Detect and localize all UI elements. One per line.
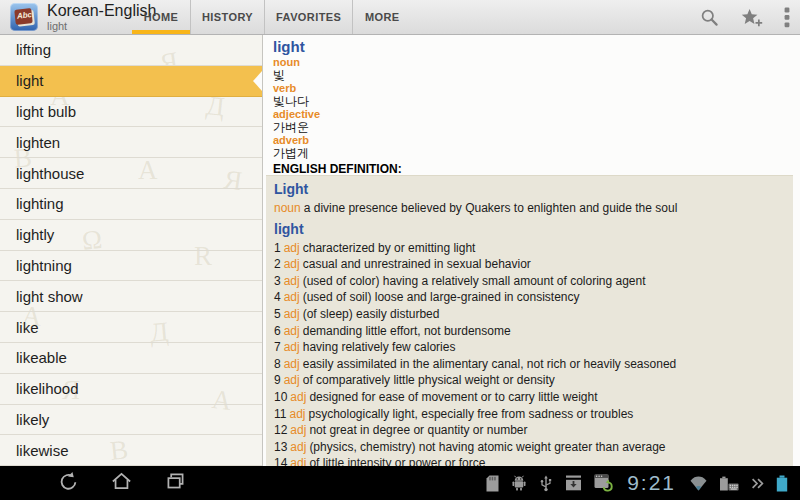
- definition-number: 9: [274, 373, 281, 387]
- definition-group-headword: light: [274, 220, 785, 239]
- word-list-item[interactable]: light show: [0, 281, 262, 312]
- sd-card-icon: [486, 475, 499, 492]
- definition-text: characterized by or emitting light: [303, 241, 476, 255]
- system-bar: 9:21: [0, 466, 800, 500]
- english-definition-label: ENGLISH DEFINITION:: [273, 162, 790, 175]
- definition-text: demanding little effort, not burdensome: [303, 324, 511, 338]
- action-bar: Abc Korean-English light HOMEHISTORYFAVO…: [0, 0, 800, 35]
- tab-more[interactable]: MORE: [353, 0, 411, 34]
- action-buttons: [700, 0, 790, 34]
- word-label: likely: [16, 411, 49, 428]
- word-label: light bulb: [16, 103, 76, 120]
- word-list-item[interactable]: lifting: [0, 35, 262, 66]
- definition-pos: adj: [290, 423, 306, 437]
- definition-row: nouna divine presence believed by Quaker…: [274, 200, 785, 217]
- word-label: lighten: [16, 134, 60, 151]
- back-button[interactable]: [56, 470, 79, 497]
- definition-pos: adj: [284, 373, 300, 387]
- tab-label: FAVORITES: [276, 11, 341, 23]
- korean-translation: 빛나다: [273, 95, 790, 108]
- definition-row: 11adjpsychologically light, especially f…: [274, 406, 785, 423]
- pos-label: noun: [273, 56, 790, 69]
- definition-pos: adj: [290, 456, 306, 466]
- word-list: liftinglightlight bulblightenlighthousel…: [0, 35, 262, 466]
- word-list-item[interactable]: lighten: [0, 127, 262, 158]
- tab-home[interactable]: HOME: [132, 0, 191, 34]
- definition-text: psychologically light, especially free f…: [308, 407, 633, 421]
- definition-row: 13adj(physics, chemistry) not having ato…: [274, 439, 785, 456]
- recents-button[interactable]: [164, 470, 187, 497]
- word-label: lighthouse: [16, 165, 84, 182]
- definition-number: 11: [274, 407, 286, 421]
- word-label: like: [16, 319, 39, 336]
- definition-row: 3adj(used of color) having a relatively …: [274, 273, 785, 290]
- entry-senses: noun빛verb빛나다adjective가벼운adverb가볍게: [273, 56, 790, 160]
- word-list-item[interactable]: likelihood: [0, 374, 262, 405]
- definition-pos: noun: [274, 201, 301, 215]
- tab-history[interactable]: HISTORY: [191, 0, 265, 34]
- word-label: light show: [16, 288, 83, 305]
- entry-headword: light: [273, 38, 790, 56]
- definition-pos: adj: [284, 324, 300, 338]
- word-list-item[interactable]: like: [0, 312, 262, 343]
- definition-text: casual and unrestrained in sexual behavi…: [303, 257, 531, 271]
- definition-text: of comparatively little physical weight …: [303, 373, 555, 387]
- word-list-item[interactable]: light bulb: [0, 97, 262, 128]
- definition-text: (physics, chemistry) not having atomic w…: [309, 440, 665, 454]
- definition-number: 3: [274, 274, 281, 288]
- status-tray[interactable]: 9:21: [486, 466, 788, 500]
- definition-number: 13: [274, 440, 287, 454]
- definition-number: 12: [274, 423, 287, 437]
- tab-label: MORE: [365, 11, 400, 23]
- tab-label: HOME: [144, 11, 179, 23]
- korean-translation: 가볍게: [273, 147, 790, 160]
- korean-translation: 빛: [273, 69, 790, 82]
- definition-number: 2: [274, 257, 281, 271]
- definition-group-headword: Light: [274, 180, 785, 199]
- book-icon: Abc: [14, 8, 32, 25]
- home-button[interactable]: [110, 470, 133, 497]
- word-list-item[interactable]: lightning: [0, 251, 262, 282]
- definition-text: (of sleep) easily disturbed: [303, 307, 440, 321]
- favorite-add-icon[interactable]: [739, 7, 764, 28]
- overflow-menu-icon[interactable]: [784, 7, 790, 28]
- app-icon-label: Abc: [16, 10, 32, 21]
- definition-row: 10adjdesigned for ease of movement or to…: [274, 389, 785, 406]
- definition-text: a divine presence believed by Quakers to…: [304, 201, 678, 215]
- dictionary-app-screen: Abc Korean-English light HOMEHISTORYFAVO…: [0, 0, 800, 500]
- entry-header: light noun빛verb빛나다adjective가벼운adverb가볍게 …: [263, 35, 800, 175]
- definition-pos: adj: [284, 241, 300, 255]
- app-icon[interactable]: Abc: [10, 3, 38, 31]
- usb-icon: [539, 475, 553, 492]
- word-list-item[interactable]: likeable: [0, 343, 262, 374]
- word-list-item[interactable]: lighthouse: [0, 158, 262, 189]
- definition-pos: adj: [289, 407, 305, 421]
- definition-number: 4: [274, 290, 281, 304]
- word-list-item[interactable]: lighting: [0, 189, 262, 220]
- definition-pos: adj: [290, 440, 306, 454]
- definition-row: 8adjeasily assimilated in the alimentary…: [274, 356, 785, 373]
- search-icon[interactable]: [700, 8, 719, 27]
- pos-label: adverb: [273, 134, 790, 147]
- definition-text: having relatively few calories: [303, 340, 456, 354]
- word-list-item[interactable]: light: [0, 66, 262, 97]
- word-label: lightly: [16, 226, 54, 243]
- korean-translation: 가벼운: [273, 121, 790, 134]
- word-list-item[interactable]: likely: [0, 405, 262, 436]
- recents-icon: [164, 479, 187, 496]
- definition-row: 9adjof comparatively little physical wei…: [274, 372, 785, 389]
- battery-icon: [776, 475, 788, 492]
- definition-row: 6adjdemanding little effort, not burdens…: [274, 323, 785, 340]
- back-icon: [56, 479, 79, 496]
- definition-pos: adj: [284, 357, 300, 371]
- definition-row: 5adj(of sleep) easily disturbed: [274, 306, 785, 323]
- word-label: likelihood: [16, 380, 79, 397]
- word-list-item[interactable]: lightly: [0, 220, 262, 251]
- definition-pos: adj: [284, 290, 300, 304]
- word-label: likeable: [16, 349, 67, 366]
- word-list-item[interactable]: likewise: [0, 435, 262, 466]
- definition-number: 7: [274, 340, 281, 354]
- tab-favorites[interactable]: FAVORITES: [265, 0, 353, 34]
- definition-number: 8: [274, 357, 281, 371]
- word-label: likewise: [16, 442, 69, 459]
